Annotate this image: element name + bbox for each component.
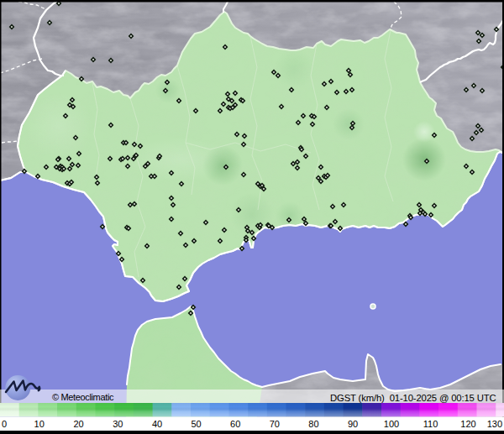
svg-text:20: 20: [73, 419, 83, 429]
svg-text:130: 130: [487, 419, 502, 429]
svg-text:70: 70: [270, 419, 280, 429]
svg-text:DGST (km/h) 01-10-2025 @ 00:1: DGST (km/h) 01-10-2025 @ 00:15 UTC: [330, 393, 496, 403]
svg-text:30: 30: [113, 419, 123, 429]
svg-text:0: 0: [2, 419, 7, 429]
svg-text:© Meteoclimatic: © Meteoclimatic: [52, 392, 114, 402]
svg-text:100: 100: [384, 419, 399, 429]
svg-text:40: 40: [152, 419, 162, 429]
svg-text:120: 120: [460, 419, 475, 429]
svg-text:50: 50: [191, 419, 201, 429]
svg-text:110: 110: [423, 419, 438, 429]
svg-text:60: 60: [230, 419, 240, 429]
svg-text:10: 10: [34, 419, 45, 429]
svg-text:80: 80: [308, 419, 318, 429]
svg-text:90: 90: [348, 419, 358, 429]
